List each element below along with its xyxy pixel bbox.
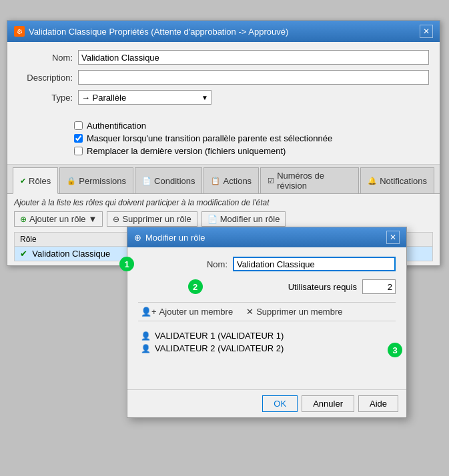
dialog-nom-row: 1 Nom: [138, 257, 396, 271]
list-item[interactable]: 👤 VALIDATEUR 2 (VALIDATEUR 2) [138, 342, 396, 355]
type-select-value: → Parallèle [81, 93, 126, 103]
dialog-nom-input[interactable] [233, 257, 396, 271]
tab-conditions-icon: 📄 [142, 177, 151, 185]
tab-revision-label: Numéros de révision [277, 171, 352, 191]
dialog-users-label: Utilisateurs requis [288, 282, 357, 292]
tab-actions-icon: 📋 [211, 177, 220, 185]
type-label: Type: [18, 93, 78, 103]
main-close-button[interactable]: ✕ [420, 25, 433, 38]
badge-3: 3 [388, 343, 402, 357]
nom-label: Nom: [18, 53, 78, 63]
select-arrow-icon: ▼ [201, 94, 208, 101]
dialog-body: 1 Nom: 2 Utilisateurs requis 👤+ Ajouter … [127, 247, 406, 389]
checkbox-row-1: Authentification [74, 121, 429, 131]
tab-revision-icon: ☑ [268, 177, 274, 185]
tab-conditions-label: Conditions [154, 176, 195, 186]
list-item[interactable]: 👤 VALIDATEUR 1 (VALIDATEUR 1) [138, 329, 396, 342]
tab-actions[interactable]: 📋 Actions [203, 167, 259, 193]
dialog-members-toolbar: 👤+ Ajouter un membre ✕ Supprimer un memb… [138, 302, 396, 321]
dialog-title-label: Modifier un rôle [145, 233, 205, 243]
main-title-bar: ⚙ Validation Classique Propriétés (Atten… [7, 21, 440, 42]
row-check-icon: ✔ [20, 249, 27, 259]
roles-toolbar: ⊕ Ajouter un rôle ▼ ⊖ Supprimer un rôle … [14, 211, 433, 227]
tab-permissions-icon: 🔒 [67, 177, 76, 185]
ok-button[interactable]: OK [262, 395, 298, 412]
tab-conditions[interactable]: 📄 Conditions [135, 167, 202, 193]
nom-input[interactable] [78, 50, 429, 65]
add-member-button[interactable]: 👤+ Ajouter un membre [138, 305, 236, 318]
member-2-icon: 👤 [141, 344, 151, 353]
checkbox-row-2: Masquer lorsqu'une transition parallèle … [74, 133, 429, 143]
edit-role-button[interactable]: 📄 Modifier un rôle [201, 211, 286, 227]
member-2-name: VALIDATEUR 2 (VALIDATEUR 2) [155, 343, 284, 353]
checkboxes-area: Authentification Masquer lorsqu'une tran… [7, 118, 440, 164]
tab-roles[interactable]: ✔ Rôles [13, 167, 58, 194]
tab-roles-label: Rôles [29, 176, 51, 186]
tab-roles-icon: ✔ [20, 177, 26, 185]
add-role-dropdown-icon: ▼ [89, 214, 97, 224]
dialog-title-left: ⊕ Modifier un rôle [134, 233, 205, 243]
tab-actions-label: Actions [223, 176, 252, 186]
dialog-nom-label: Nom: [159, 259, 233, 269]
tab-revision[interactable]: ☑ Numéros de révision [260, 167, 359, 193]
dialog-title-bar: ⊕ Modifier un rôle ✕ [127, 227, 406, 247]
add-role-button[interactable]: ⊕ Ajouter un rôle ▼ [14, 211, 103, 227]
type-row: Type: → Parallèle ▼ [18, 90, 429, 105]
add-role-icon: ⊕ [20, 215, 27, 224]
description-row: Description: [18, 70, 429, 85]
add-role-label: Ajouter un rôle [29, 214, 86, 224]
checkbox-masquer[interactable] [74, 134, 83, 143]
edit-role-icon: 📄 [207, 215, 217, 224]
help-button[interactable]: Aide [358, 395, 398, 412]
delete-role-label: Supprimer un rôle [122, 214, 191, 224]
dialog-close-button[interactable]: ✕ [386, 231, 400, 244]
nom-row: Nom: [18, 50, 429, 65]
dialog-users-row: 2 Utilisateurs requis [138, 279, 396, 294]
checkbox-authentification[interactable] [74, 121, 83, 130]
delete-role-button[interactable]: ⊖ Supprimer un rôle [107, 211, 197, 227]
tab-permissions-label: Permissions [79, 176, 126, 186]
member-1-name: VALIDATEUR 1 (VALIDATEUR 1) [155, 331, 284, 341]
checkbox-remplacer-label: Remplacer la dernière version (fichiers … [87, 146, 286, 156]
member-1-icon: 👤 [141, 331, 151, 341]
tab-notifications-label: Notifications [380, 176, 427, 186]
cancel-button[interactable]: Annuler [302, 395, 354, 412]
role-name-value: Validation Classique [32, 249, 110, 259]
window-title: Validation Classique Propriétés (Attente… [29, 27, 288, 37]
edit-role-dialog: ⊕ Modifier un rôle ✕ 1 Nom: 2 Utilisateu… [127, 227, 407, 418]
checkbox-row-3: Remplacer la dernière version (fichiers … [74, 146, 429, 156]
tab-description: Ajouter à la liste les rôles qui doivent… [14, 198, 433, 207]
dialog-users-input[interactable] [362, 279, 396, 294]
remove-member-icon: ✕ [246, 307, 254, 317]
dialog-title-icon: ⊕ [134, 233, 141, 243]
type-select[interactable]: → Parallèle ▼ [78, 90, 211, 105]
badge-1: 1 [119, 257, 134, 271]
remove-member-label: Supprimer un membre [256, 307, 342, 317]
member-list: 3 👤 VALIDATEUR 1 (VALIDATEUR 1) 👤 VALIDA… [138, 327, 396, 380]
tab-notifications[interactable]: 🔔 Notifications [360, 167, 434, 193]
description-input[interactable] [78, 70, 429, 85]
tab-notifications-icon: 🔔 [368, 177, 377, 185]
remove-member-button[interactable]: ✕ Supprimer un membre [244, 305, 345, 318]
badge-2: 2 [188, 279, 203, 294]
description-label: Description: [18, 73, 78, 83]
dialog-footer: OK Annuler Aide [127, 389, 406, 417]
add-member-icon: 👤+ [141, 307, 157, 317]
checkbox-auth-label: Authentification [87, 121, 146, 131]
checkbox-remplacer[interactable] [74, 147, 83, 155]
window-icon: ⚙ [14, 26, 25, 37]
tabs-bar: ✔ Rôles 🔒 Permissions 📄 Conditions 📋 Act… [7, 165, 440, 194]
add-member-label: Ajouter un membre [159, 307, 234, 317]
title-bar-left: ⚙ Validation Classique Propriétés (Atten… [14, 26, 288, 37]
form-area: Nom: Description: Type: → Parallèle ▼ [7, 42, 440, 118]
checkbox-masquer-label: Masquer lorsqu'une transition parallèle … [87, 133, 332, 143]
delete-role-icon: ⊖ [113, 215, 119, 224]
edit-role-label: Modifier un rôle [220, 214, 280, 224]
tab-permissions[interactable]: 🔒 Permissions [59, 167, 133, 193]
